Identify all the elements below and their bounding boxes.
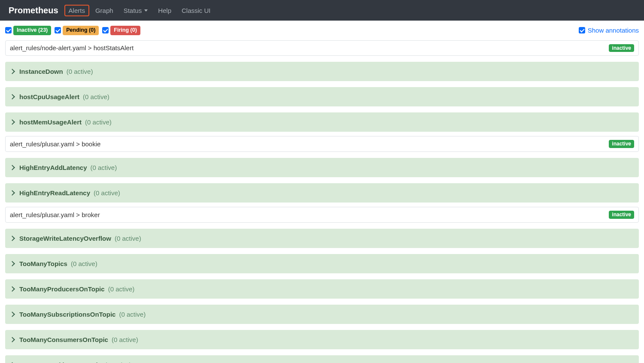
filter-inactive: Inactive (23) — [5, 26, 51, 35]
rule-name: TooManyBacklogsOnTopic — [19, 361, 101, 363]
filter-inactive-badge[interactable]: Inactive (23) — [13, 26, 51, 35]
group-title: alert_rules/plusar.yaml > bookie — [10, 140, 100, 148]
rule-count: (0 active) — [94, 189, 120, 197]
group-title: alert_rules/plusar.yaml > broker — [10, 211, 100, 218]
chevron-right-icon — [9, 190, 15, 196]
group-status-badge: inactive — [609, 44, 634, 52]
filter-pending: Pending (0) — [55, 26, 99, 35]
chevron-right-icon — [9, 312, 15, 317]
brand[interactable]: Prometheus — [5, 6, 62, 15]
rule-count: (0 active) — [108, 285, 135, 293]
rule-row[interactable]: TooManySubscriptionsOnTopic(0 active) — [5, 305, 639, 324]
rule-name: StorageWriteLatencyOverflow — [19, 235, 111, 242]
rule-row[interactable]: TooManyTopics(0 active) — [5, 254, 639, 273]
rule-name: TooManySubscriptionsOnTopic — [19, 311, 115, 318]
filter-right: Show annotations — [579, 27, 639, 34]
rule-name: TooManyProducersOnTopic — [19, 285, 105, 293]
nav-status-label: Status — [124, 7, 142, 14]
rule-row[interactable]: InstanceDown(0 active) — [5, 62, 639, 81]
rule-count: (0 active) — [119, 311, 146, 318]
chevron-right-icon — [9, 261, 15, 266]
rule-count: (0 active) — [115, 235, 141, 242]
group-header[interactable]: alert_rules/plusar.yaml > brokerinactive — [5, 207, 639, 223]
chevron-right-icon — [9, 286, 15, 292]
nav-graph[interactable]: Graph — [91, 5, 118, 16]
rule-row[interactable]: TooManyConsumersOnTopic(0 active) — [5, 330, 639, 349]
chevron-right-icon — [9, 236, 15, 241]
chevron-right-icon — [9, 94, 15, 100]
nav-status[interactable]: Status — [119, 5, 152, 16]
nav-alerts[interactable]: Alerts — [64, 5, 89, 16]
rule-count: (0 active) — [91, 164, 117, 171]
rule-name: hostMemUsageAlert — [19, 118, 82, 126]
navbar: Prometheus Alerts Graph Status Help Clas… — [0, 0, 644, 21]
alert-groups: alert_rules/node-alert.yaml > hostStatsA… — [0, 40, 644, 363]
group-header[interactable]: alert_rules/node-alert.yaml > hostStatsA… — [5, 40, 639, 56]
filter-left: Inactive (23) Pending (0) Firing (0) — [5, 26, 140, 35]
group-status-badge: inactive — [609, 140, 634, 148]
filter-pending-checkbox[interactable] — [55, 27, 61, 33]
filter-inactive-checkbox[interactable] — [5, 27, 12, 33]
nav-classic-ui[interactable]: Classic UI — [177, 5, 215, 16]
show-annotations-label[interactable]: Show annotations — [588, 27, 639, 34]
rule-row[interactable]: TooManyProducersOnTopic(0 active) — [5, 279, 639, 299]
group-header[interactable]: alert_rules/plusar.yaml > bookieinactive — [5, 136, 639, 152]
rule-count: (0 active) — [105, 361, 131, 363]
rule-row[interactable]: HighEntryAddLatency(0 active) — [5, 158, 639, 177]
group-status-badge: inactive — [609, 211, 634, 219]
rule-count: (0 active) — [67, 68, 93, 75]
filter-bar: Inactive (23) Pending (0) Firing (0) Sho… — [0, 21, 644, 40]
rule-name: HighEntryAddLatency — [19, 164, 87, 171]
rule-count: (0 active) — [112, 336, 138, 343]
rule-count: (0 active) — [85, 118, 112, 126]
rule-row[interactable]: TooManyBacklogsOnTopic(0 active) — [5, 355, 639, 363]
rule-row[interactable]: HighEntryReadLatency(0 active) — [5, 183, 639, 203]
filter-firing-checkbox[interactable] — [102, 27, 109, 33]
rule-row[interactable]: hostCpuUsageAlert(0 active) — [5, 87, 639, 106]
chevron-down-icon — [144, 9, 148, 12]
chevron-right-icon — [9, 165, 15, 170]
rule-row[interactable]: hostMemUsageAlert(0 active) — [5, 112, 639, 132]
filter-pending-badge[interactable]: Pending (0) — [63, 26, 99, 35]
chevron-right-icon — [9, 119, 15, 125]
show-annotations-checkbox[interactable] — [579, 27, 585, 33]
chevron-right-icon — [9, 337, 15, 342]
chevron-right-icon — [9, 69, 15, 74]
rule-name: InstanceDown — [19, 68, 63, 75]
group-title: alert_rules/node-alert.yaml > hostStatsA… — [10, 44, 134, 51]
filter-firing: Firing (0) — [102, 26, 140, 35]
rule-name: TooManyTopics — [19, 260, 67, 267]
rule-name: TooManyConsumersOnTopic — [19, 336, 108, 343]
rule-count: (0 active) — [83, 93, 109, 100]
nav-help[interactable]: Help — [154, 5, 176, 16]
filter-firing-badge[interactable]: Firing (0) — [110, 26, 140, 35]
rule-count: (0 active) — [71, 260, 97, 267]
rule-name: hostCpuUsageAlert — [19, 93, 79, 100]
rule-row[interactable]: StorageWriteLatencyOverflow(0 active) — [5, 229, 639, 248]
rule-name: HighEntryReadLatency — [19, 189, 90, 197]
